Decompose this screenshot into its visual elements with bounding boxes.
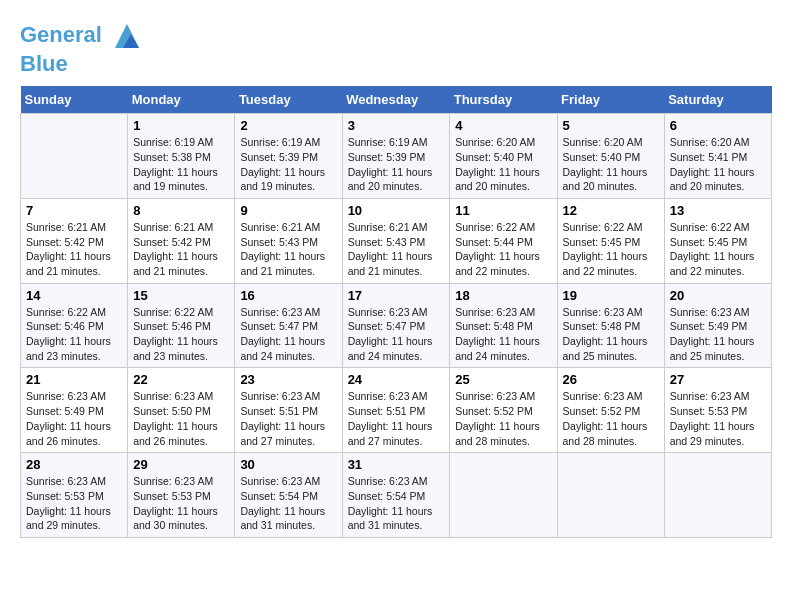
cell-info: Sunrise: 6:23 AMSunset: 5:54 PMDaylight:… xyxy=(240,474,336,533)
cell-info: Sunrise: 6:20 AMSunset: 5:41 PMDaylight:… xyxy=(670,135,766,194)
day-number: 4 xyxy=(455,118,551,133)
day-number: 21 xyxy=(26,372,122,387)
day-number: 17 xyxy=(348,288,445,303)
calendar-table: SundayMondayTuesdayWednesdayThursdayFrid… xyxy=(20,86,772,538)
calendar-cell: 23Sunrise: 6:23 AMSunset: 5:51 PMDayligh… xyxy=(235,368,342,453)
cell-info: Sunrise: 6:21 AMSunset: 5:43 PMDaylight:… xyxy=(240,220,336,279)
cell-info: Sunrise: 6:22 AMSunset: 5:44 PMDaylight:… xyxy=(455,220,551,279)
day-number: 10 xyxy=(348,203,445,218)
weekday-header: Tuesday xyxy=(235,86,342,114)
logo-blue: Blue xyxy=(20,51,68,76)
calendar-cell: 3Sunrise: 6:19 AMSunset: 5:39 PMDaylight… xyxy=(342,114,450,199)
cell-info: Sunrise: 6:22 AMSunset: 5:45 PMDaylight:… xyxy=(563,220,659,279)
weekday-header-row: SundayMondayTuesdayWednesdayThursdayFrid… xyxy=(21,86,772,114)
day-number: 18 xyxy=(455,288,551,303)
logo: General Blue xyxy=(20,20,143,76)
weekday-header: Wednesday xyxy=(342,86,450,114)
day-number: 12 xyxy=(563,203,659,218)
cell-info: Sunrise: 6:20 AMSunset: 5:40 PMDaylight:… xyxy=(455,135,551,194)
day-number: 9 xyxy=(240,203,336,218)
day-number: 11 xyxy=(455,203,551,218)
calendar-cell xyxy=(664,453,771,538)
calendar-cell: 16Sunrise: 6:23 AMSunset: 5:47 PMDayligh… xyxy=(235,283,342,368)
cell-info: Sunrise: 6:21 AMSunset: 5:42 PMDaylight:… xyxy=(26,220,122,279)
calendar-cell xyxy=(21,114,128,199)
cell-info: Sunrise: 6:23 AMSunset: 5:49 PMDaylight:… xyxy=(670,305,766,364)
day-number: 30 xyxy=(240,457,336,472)
day-number: 24 xyxy=(348,372,445,387)
logo-general: General xyxy=(20,22,102,47)
calendar-cell: 21Sunrise: 6:23 AMSunset: 5:49 PMDayligh… xyxy=(21,368,128,453)
cell-info: Sunrise: 6:22 AMSunset: 5:46 PMDaylight:… xyxy=(133,305,229,364)
calendar-cell: 6Sunrise: 6:20 AMSunset: 5:41 PMDaylight… xyxy=(664,114,771,199)
day-number: 31 xyxy=(348,457,445,472)
day-number: 15 xyxy=(133,288,229,303)
cell-info: Sunrise: 6:23 AMSunset: 5:53 PMDaylight:… xyxy=(133,474,229,533)
cell-info: Sunrise: 6:23 AMSunset: 5:47 PMDaylight:… xyxy=(348,305,445,364)
calendar-cell: 28Sunrise: 6:23 AMSunset: 5:53 PMDayligh… xyxy=(21,453,128,538)
cell-info: Sunrise: 6:23 AMSunset: 5:52 PMDaylight:… xyxy=(455,389,551,448)
day-number: 3 xyxy=(348,118,445,133)
calendar-week-row: 1Sunrise: 6:19 AMSunset: 5:38 PMDaylight… xyxy=(21,114,772,199)
calendar-week-row: 7Sunrise: 6:21 AMSunset: 5:42 PMDaylight… xyxy=(21,198,772,283)
calendar-cell: 27Sunrise: 6:23 AMSunset: 5:53 PMDayligh… xyxy=(664,368,771,453)
calendar-cell: 30Sunrise: 6:23 AMSunset: 5:54 PMDayligh… xyxy=(235,453,342,538)
cell-info: Sunrise: 6:21 AMSunset: 5:42 PMDaylight:… xyxy=(133,220,229,279)
cell-info: Sunrise: 6:22 AMSunset: 5:45 PMDaylight:… xyxy=(670,220,766,279)
calendar-cell: 29Sunrise: 6:23 AMSunset: 5:53 PMDayligh… xyxy=(128,453,235,538)
weekday-header: Friday xyxy=(557,86,664,114)
calendar-cell: 9Sunrise: 6:21 AMSunset: 5:43 PMDaylight… xyxy=(235,198,342,283)
cell-info: Sunrise: 6:23 AMSunset: 5:51 PMDaylight:… xyxy=(240,389,336,448)
day-number: 5 xyxy=(563,118,659,133)
cell-info: Sunrise: 6:23 AMSunset: 5:51 PMDaylight:… xyxy=(348,389,445,448)
cell-info: Sunrise: 6:20 AMSunset: 5:40 PMDaylight:… xyxy=(563,135,659,194)
calendar-cell: 13Sunrise: 6:22 AMSunset: 5:45 PMDayligh… xyxy=(664,198,771,283)
day-number: 25 xyxy=(455,372,551,387)
calendar-week-row: 28Sunrise: 6:23 AMSunset: 5:53 PMDayligh… xyxy=(21,453,772,538)
cell-info: Sunrise: 6:23 AMSunset: 5:52 PMDaylight:… xyxy=(563,389,659,448)
logo-icon xyxy=(111,20,143,52)
calendar-cell: 20Sunrise: 6:23 AMSunset: 5:49 PMDayligh… xyxy=(664,283,771,368)
calendar-cell: 10Sunrise: 6:21 AMSunset: 5:43 PMDayligh… xyxy=(342,198,450,283)
weekday-header: Thursday xyxy=(450,86,557,114)
cell-info: Sunrise: 6:23 AMSunset: 5:48 PMDaylight:… xyxy=(563,305,659,364)
calendar-cell xyxy=(557,453,664,538)
calendar-cell: 11Sunrise: 6:22 AMSunset: 5:44 PMDayligh… xyxy=(450,198,557,283)
calendar-cell: 7Sunrise: 6:21 AMSunset: 5:42 PMDaylight… xyxy=(21,198,128,283)
day-number: 23 xyxy=(240,372,336,387)
calendar-cell: 18Sunrise: 6:23 AMSunset: 5:48 PMDayligh… xyxy=(450,283,557,368)
calendar-cell: 31Sunrise: 6:23 AMSunset: 5:54 PMDayligh… xyxy=(342,453,450,538)
calendar-week-row: 21Sunrise: 6:23 AMSunset: 5:49 PMDayligh… xyxy=(21,368,772,453)
day-number: 1 xyxy=(133,118,229,133)
cell-info: Sunrise: 6:23 AMSunset: 5:54 PMDaylight:… xyxy=(348,474,445,533)
cell-info: Sunrise: 6:21 AMSunset: 5:43 PMDaylight:… xyxy=(348,220,445,279)
day-number: 7 xyxy=(26,203,122,218)
day-number: 22 xyxy=(133,372,229,387)
day-number: 27 xyxy=(670,372,766,387)
weekday-header: Saturday xyxy=(664,86,771,114)
cell-info: Sunrise: 6:23 AMSunset: 5:50 PMDaylight:… xyxy=(133,389,229,448)
calendar-cell: 19Sunrise: 6:23 AMSunset: 5:48 PMDayligh… xyxy=(557,283,664,368)
calendar-cell: 12Sunrise: 6:22 AMSunset: 5:45 PMDayligh… xyxy=(557,198,664,283)
day-number: 20 xyxy=(670,288,766,303)
cell-info: Sunrise: 6:23 AMSunset: 5:53 PMDaylight:… xyxy=(670,389,766,448)
cell-info: Sunrise: 6:19 AMSunset: 5:39 PMDaylight:… xyxy=(348,135,445,194)
day-number: 6 xyxy=(670,118,766,133)
calendar-cell: 26Sunrise: 6:23 AMSunset: 5:52 PMDayligh… xyxy=(557,368,664,453)
day-number: 8 xyxy=(133,203,229,218)
calendar-cell xyxy=(450,453,557,538)
calendar-cell: 5Sunrise: 6:20 AMSunset: 5:40 PMDaylight… xyxy=(557,114,664,199)
weekday-header: Sunday xyxy=(21,86,128,114)
calendar-cell: 17Sunrise: 6:23 AMSunset: 5:47 PMDayligh… xyxy=(342,283,450,368)
day-number: 29 xyxy=(133,457,229,472)
day-number: 2 xyxy=(240,118,336,133)
calendar-cell: 4Sunrise: 6:20 AMSunset: 5:40 PMDaylight… xyxy=(450,114,557,199)
cell-info: Sunrise: 6:23 AMSunset: 5:49 PMDaylight:… xyxy=(26,389,122,448)
cell-info: Sunrise: 6:19 AMSunset: 5:39 PMDaylight:… xyxy=(240,135,336,194)
cell-info: Sunrise: 6:23 AMSunset: 5:53 PMDaylight:… xyxy=(26,474,122,533)
cell-info: Sunrise: 6:23 AMSunset: 5:47 PMDaylight:… xyxy=(240,305,336,364)
weekday-header: Monday xyxy=(128,86,235,114)
calendar-cell: 1Sunrise: 6:19 AMSunset: 5:38 PMDaylight… xyxy=(128,114,235,199)
calendar-cell: 25Sunrise: 6:23 AMSunset: 5:52 PMDayligh… xyxy=(450,368,557,453)
day-number: 13 xyxy=(670,203,766,218)
